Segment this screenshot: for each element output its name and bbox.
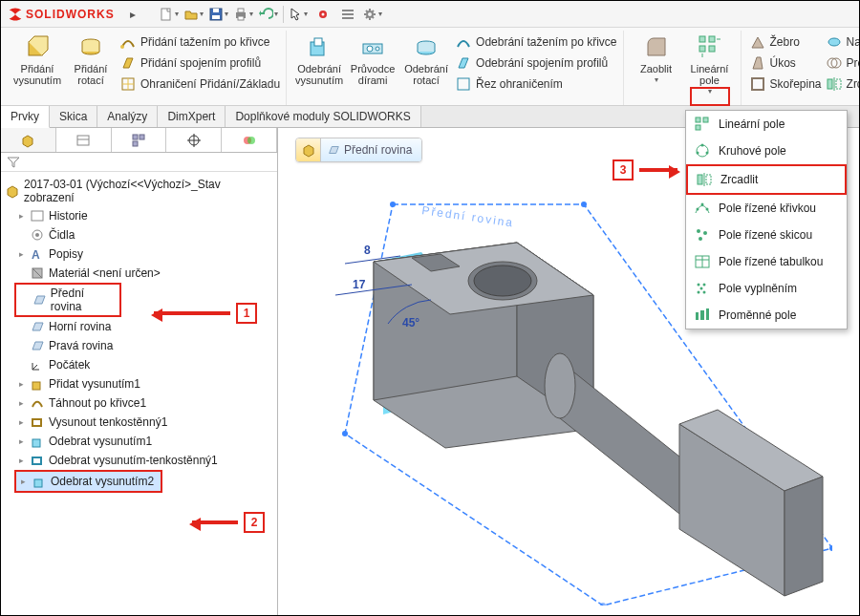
svg-point-104 (698, 291, 700, 294)
tree-origin[interactable]: Počátek (14, 355, 275, 374)
svg-rect-82 (696, 117, 700, 122)
wrap-button[interactable]: Nabalit (824, 32, 860, 52)
draft-button[interactable]: Úkos (747, 53, 824, 73)
dd-curve-pattern[interactable]: Pole řízené křivkou (686, 195, 847, 222)
svg-rect-83 (703, 117, 708, 122)
svg-rect-10 (342, 13, 354, 15)
sweep-cut-button[interactable]: Odebrání tažením po křivce (453, 32, 618, 52)
fillet-button[interactable]: Zaoblit▾ (630, 31, 683, 85)
tab-dimxpert[interactable]: DimXpert (158, 106, 226, 127)
svg-rect-84 (696, 125, 700, 130)
part-icon (296, 138, 321, 161)
feature-manager-panel: 2017-03-01 (Výchozí<<Výchozí>_Stav zobra… (1, 128, 278, 615)
dd-mirror[interactable]: Zrcadlit (686, 164, 847, 195)
save-icon[interactable]: ▾ (208, 4, 229, 25)
tree-front-plane[interactable]: Přední rovina (14, 283, 121, 317)
panel-tab-display[interactable] (222, 128, 277, 152)
svg-rect-107 (700, 310, 704, 320)
panel-tab-feature[interactable] (1, 128, 56, 152)
settings-icon[interactable]: ▾ (362, 4, 383, 25)
tree-filter[interactable] (1, 153, 277, 172)
tab-skica[interactable]: Skica (50, 106, 97, 127)
svg-rect-52 (32, 419, 41, 426)
svg-rect-27 (709, 46, 715, 52)
svg-text:17: 17 (353, 278, 366, 291)
mirror-button[interactable]: Zrcadlit (824, 74, 860, 94)
new-icon[interactable]: ▾ (159, 4, 180, 25)
boundary-cut-button[interactable]: Řez ohraničením (453, 74, 618, 94)
tab-analyzy[interactable]: Analýzy (97, 106, 158, 127)
svg-rect-39 (133, 141, 138, 146)
svg-rect-0 (161, 9, 170, 20)
rib-button[interactable]: Žebro (747, 32, 824, 52)
tab-prvky[interactable]: Prvky (1, 106, 50, 128)
revolve-cut-button[interactable]: Odebrání rotací (399, 31, 453, 86)
quick-access-toolbar: ▾ ▾ ▾ ▾ ▾ ▾ ▾ (159, 4, 383, 25)
loft-cut-button[interactable]: Odebrání spojením profilů (453, 53, 618, 73)
title-bar: SOLIDWORKS ▸ ▾ ▾ ▾ ▾ ▾ ▾ ▾ (1, 1, 859, 28)
intersect-button[interactable]: Protnout (824, 53, 860, 73)
open-icon[interactable]: ▾ (183, 4, 204, 25)
sweep-boss-button[interactable]: Přidání tažením po křivce (118, 32, 282, 52)
dd-linear-pattern[interactable]: Lineární pole (686, 111, 847, 138)
select-icon[interactable]: ▾ (288, 4, 309, 25)
breadcrumb[interactable]: Přední rovina (295, 138, 422, 162)
rebuild-icon[interactable] (312, 4, 333, 25)
svg-rect-9 (342, 10, 354, 11)
svg-text:Přední rovina: Přední rovina (421, 203, 515, 229)
tree-f2[interactable]: ▸Táhnout po křivce1 (14, 393, 275, 413)
tree-material[interactable]: Materiál <není určen> (14, 264, 275, 283)
tree-f5[interactable]: ▸Odebrat vysunutím-tenkostěnný1 (14, 451, 275, 470)
svg-rect-54 (32, 457, 41, 464)
svg-rect-37 (133, 135, 138, 139)
tab-doplnky[interactable]: Doplňkové moduly SOLIDWORKS (226, 106, 420, 127)
tree-history[interactable]: ▸Historie (14, 206, 275, 225)
loft-boss-button[interactable]: Přidání spojením profilů (118, 53, 282, 73)
tree-right-plane[interactable]: Pravá rovina (14, 336, 275, 355)
svg-point-94 (706, 208, 709, 211)
svg-rect-24 (699, 36, 705, 42)
svg-point-87 (706, 152, 709, 155)
svg-text:8: 8 (364, 244, 371, 257)
print-icon[interactable]: ▾ (233, 4, 254, 25)
tree-f4[interactable]: ▸Odebrat vysunutím1 (14, 432, 275, 451)
tree-sensors[interactable]: Čidla (14, 225, 275, 244)
linear-pattern-button[interactable]: Lineární pole▾ (683, 31, 737, 96)
panel-tab-dim[interactable] (166, 128, 222, 152)
dd-sketch-pattern[interactable]: Pole řízené skicou (686, 222, 847, 248)
svg-rect-90 (706, 175, 711, 184)
expand-icon[interactable]: ▸ (122, 4, 143, 25)
svg-rect-38 (140, 135, 144, 139)
tree-f1[interactable]: ▸Přidat vysunutím1 (14, 374, 275, 393)
svg-point-44 (247, 137, 255, 144)
svg-point-47 (35, 233, 39, 237)
hole-wizard-button[interactable]: Průvodce dírami (346, 31, 399, 86)
ribbon: Přidání vysunutím Přidání rotací Přidání… (1, 28, 859, 106)
undo-icon[interactable]: ▾ (258, 4, 279, 25)
dd-circular-pattern[interactable]: Kruhové pole (686, 138, 847, 164)
options-list-icon[interactable] (337, 4, 358, 25)
svg-point-70 (474, 266, 531, 296)
svg-rect-35 (77, 136, 89, 145)
tree-f6[interactable]: ▸Odebrat vysunutím2 (14, 470, 162, 493)
dd-table-pattern[interactable]: Pole řízené tabulkou (686, 248, 847, 275)
svg-text:A: A (32, 248, 40, 262)
dd-fill-pattern[interactable]: Pole vyplněním (686, 275, 847, 302)
svg-point-86 (701, 144, 704, 147)
boundary-boss-button[interactable]: Ohraničení Přidání/Základu (118, 74, 282, 94)
panel-tab-property[interactable] (56, 128, 112, 152)
svg-point-95 (697, 229, 700, 233)
tree-root[interactable]: 2017-03-01 (Výchozí<<Výchozí>_Stav zobra… (3, 176, 275, 206)
dd-variable-pattern[interactable]: Proměnné pole (686, 302, 847, 329)
extrude-cut-button[interactable]: Odebrání vysunutím (292, 31, 346, 86)
svg-point-61 (342, 431, 348, 436)
panel-tab-config[interactable] (112, 128, 167, 152)
tree-f3[interactable]: ▸Vysunout tenkostěnný1 (14, 413, 275, 432)
extrude-boss-button[interactable]: Přidání vysunutím (11, 31, 64, 86)
svg-point-103 (700, 287, 703, 290)
svg-rect-26 (699, 46, 705, 52)
svg-text:45°: 45° (402, 316, 419, 329)
shell-button[interactable]: Skořepina (747, 74, 824, 94)
revolve-boss-button[interactable]: Přidání rotací (64, 31, 118, 86)
tree-annotations[interactable]: ▸APopisy (14, 244, 275, 264)
